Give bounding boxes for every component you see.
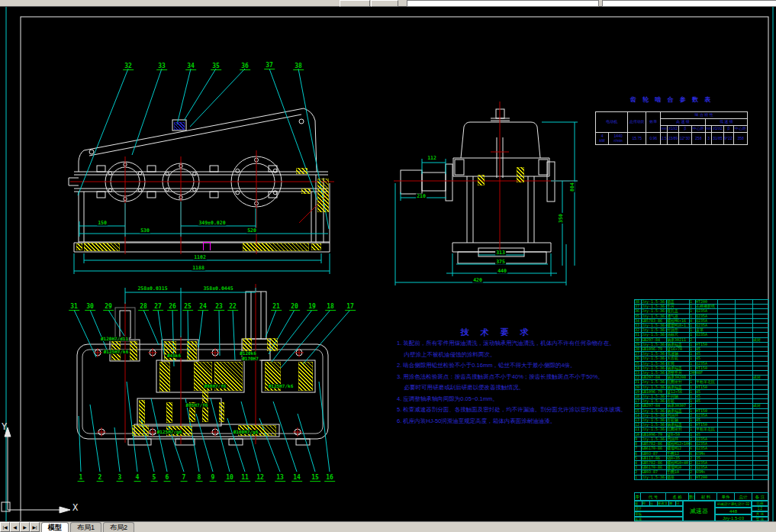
weld-symbol <box>203 242 211 250</box>
bom-row: 1 Jzy-1.5-36-01 箱座 1 HT200 <box>635 475 769 479</box>
eff-label: 效率 <box>646 112 661 133</box>
col-label: 中心距 <box>734 126 748 133</box>
dimension-text: 358±0.0445 <box>202 286 233 292</box>
fit-label: Ø170H7 <box>241 356 259 361</box>
tech-req-line: 6. 机座内装HJ-50润滑油至规定高度，箱体内表面涂耐油油漆。 <box>397 416 597 427</box>
bom-col-header: 备 注 <box>752 492 768 501</box>
balloon-number: 9 <box>210 474 217 482</box>
fit-label: Ø80H7/f6 <box>204 384 227 389</box>
toolbar-button[interactable] <box>371 0 398 7</box>
tech-req-line: 内壁涂上不被机油侵蚀的涂料两次。 <box>397 350 597 361</box>
bom-col-header: 代 号 <box>641 492 666 501</box>
col-label: mn <box>661 126 668 133</box>
tech-req-title: 技 术 要 求 <box>397 327 597 338</box>
dimension-text: 804 <box>570 182 575 192</box>
tab-model[interactable]: 模型 <box>41 522 69 532</box>
part-name-cell: 减速器 <box>683 501 715 521</box>
col-label: 中心距 <box>691 126 705 133</box>
balloon-number: 32 <box>123 63 134 70</box>
balloon-number: 33 <box>156 63 167 70</box>
gear-value: 358 <box>734 133 748 145</box>
dimension-text: 420 <box>472 278 483 283</box>
gear-parameter-table: 电动机 总传动比 效率 啮 合 特 性 高 速 级 低 速 级 mn z1/z2… <box>595 111 748 145</box>
dimension-text: 1188 <box>192 266 205 271</box>
tab-nav-first-button[interactable]: |◀ <box>0 522 10 532</box>
tech-req-line: 4. 应调整轴承轴向间隙为0.05~0.1mm。 <box>397 394 597 405</box>
balloon-number: 3 <box>117 474 124 482</box>
balloon-number: 4 <box>134 474 141 482</box>
balloon-number: 29 <box>103 303 114 311</box>
dimension-text: 350 <box>559 213 564 224</box>
balloon-number: 17 <box>345 303 356 311</box>
balloon-number: 18 <box>325 303 336 311</box>
weight-cell: 448 <box>715 508 752 514</box>
bom-col-header: 名 称 <box>666 492 689 501</box>
col-label: mn <box>705 126 712 133</box>
ucs-y-label: Y <box>2 421 7 432</box>
tab-layout2[interactable]: 布局2 <box>103 522 134 532</box>
balloon-number: 23 <box>214 303 224 311</box>
gear-value: 3 <box>705 133 712 145</box>
hs-label: 高 速 级 <box>661 119 705 126</box>
bom-col-header: 材 料 <box>695 492 717 501</box>
balloon-number: 20 <box>289 303 300 311</box>
balloon-number: 37 <box>264 62 275 69</box>
technical-requirements: 技 术 要 求 1. 装配前，所有零件用煤油清洗，滚动轴承用汽油清洗，机体内不许… <box>397 327 597 427</box>
gear-value: 23/89 <box>668 133 679 145</box>
toolbar-combobox[interactable] <box>407 0 599 7</box>
balloon-number: 19 <box>307 303 317 311</box>
gear-value: 12°30′ <box>679 133 692 145</box>
parts-list: 38 Jzy-1.5-36-38 箱盖 1 HT200 37 Jzy-1.5-3… <box>634 299 769 480</box>
bom-col-header: 序号 <box>634 492 641 501</box>
toolbar-combobox[interactable] <box>602 0 776 7</box>
col-label: z1/z2 <box>668 126 679 133</box>
drawing-number-cell: Jzy-1.5-03 <box>715 514 752 521</box>
tab-layout1[interactable]: 布局1 <box>70 522 101 532</box>
balloon-number: 24 <box>198 303 208 311</box>
dimension-text: 1102 <box>193 255 207 260</box>
tech-req-line: 3. 用涂色法检验斑点：按齿高接触斑点不小于40%；按齿长接触斑点不小于50%。 <box>397 372 597 383</box>
dimension-text: 210 <box>416 194 427 199</box>
scale-label-cell: 比例 <box>752 501 768 506</box>
balloon-number: 28 <box>138 303 149 311</box>
bom-col-header: 总计 <box>735 492 752 501</box>
sheet-cell: 共 张 <box>752 511 768 517</box>
breather-hatch <box>174 122 185 130</box>
parts-list-header: 序号 代 号 名 称 数量 材 料 单件 总计 备 注 <box>634 492 768 501</box>
balloon-number: 30 <box>85 303 95 311</box>
toolbar-button[interactable] <box>340 0 370 7</box>
balloon-number: 13 <box>275 474 285 482</box>
gear-table-title: 齿 轮 啮 合 参 数 表 <box>595 95 748 104</box>
dimension-text: 375 <box>495 260 506 265</box>
tab-nav-last-button[interactable]: ▶| <box>30 522 40 532</box>
balloon-number: 35 <box>211 63 221 70</box>
tech-req-line: 5. 检查减速器剖分面、各接触面及密封处，均不许漏油。剖分面允许涂以密封胶或水玻… <box>397 405 597 416</box>
balloon-number: 38 <box>293 63 304 70</box>
bom-col-header: 数量 <box>689 492 695 501</box>
col-label: z1/z2 <box>712 126 723 133</box>
project-cell: 机械设计课程设计-32 <box>715 501 752 508</box>
tech-req-line: 2. 啮合侧隙用铅丝检验不小于0.16mm，铅丝不得大于最小侧隙的4倍。 <box>397 360 597 372</box>
ratio-label: 总传动比 <box>628 112 646 133</box>
fit-label: Ø120H7/d11 <box>100 337 129 341</box>
balloon-number: 22 <box>227 303 238 311</box>
balloon-number: 10 <box>224 474 235 482</box>
gear-value: 31/85 <box>712 133 723 145</box>
dimension-text: 349±0.020 <box>198 221 226 226</box>
bom-col-header: 单件 <box>717 492 735 501</box>
gear-value: 2.5 <box>661 133 668 145</box>
dimension-text: 313 <box>495 250 506 256</box>
balloon-number: 15 <box>310 474 320 482</box>
balloon-number: 11 <box>240 474 250 482</box>
col-label: β <box>679 126 692 133</box>
dimension-text: 520 <box>246 228 257 234</box>
role-row: 审核 <box>634 511 683 517</box>
tab-nav-prev-button[interactable]: ◀ <box>10 522 20 532</box>
balloon-number: 36 <box>240 63 250 70</box>
fit-label: Ø85H7/f6 <box>185 403 209 408</box>
balloon-number: 14 <box>291 474 302 482</box>
tab-nav-next-button[interactable]: ▶ <box>20 522 30 532</box>
autocad-window: 32333435363738 3130292827262524232221201… <box>0 0 776 532</box>
balloon-number: 7 <box>181 474 188 482</box>
balloon-number: 6 <box>164 474 171 482</box>
